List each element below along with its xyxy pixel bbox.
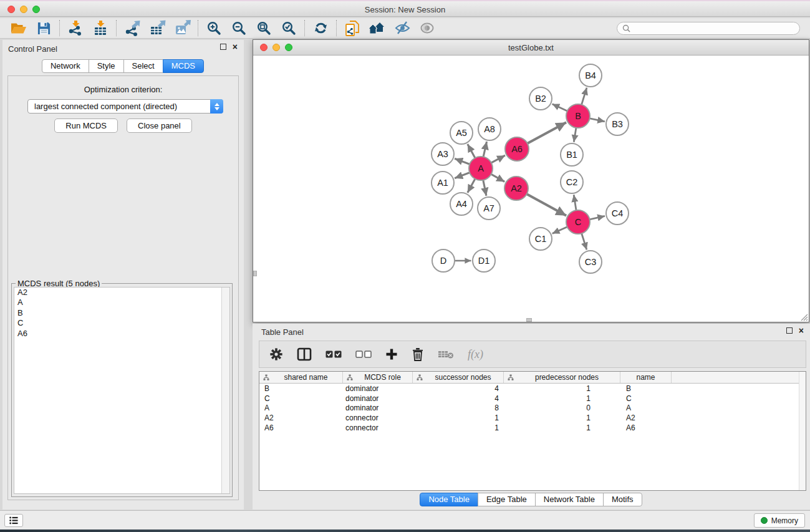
table-row[interactable]: Adominator80A <box>259 404 806 414</box>
mcds-result-item[interactable]: A <box>14 297 229 307</box>
cell-predecessor-nodes: 1 <box>504 384 620 393</box>
graph-node-C2[interactable]: C2 <box>561 171 583 193</box>
task-history-button[interactable] <box>4 514 23 527</box>
save-session-button[interactable] <box>31 19 56 37</box>
zoom-selected-button[interactable] <box>276 19 301 37</box>
run-mcds-button[interactable]: Run MCDS <box>54 118 118 133</box>
network-graph[interactable]: B4B2BB3A5A8A6A3B1AA1C2A2A4A7C4CC1C3DD1 <box>253 56 809 322</box>
column-header-successor-nodes[interactable]: successor nodes <box>413 372 504 383</box>
delete-column-button[interactable] <box>412 345 424 364</box>
export-network-button[interactable] <box>120 19 145 37</box>
deselect-all-columns-button[interactable] <box>355 345 372 364</box>
graph-node-B[interactable]: B <box>566 104 590 128</box>
column-header-shared-name[interactable]: shared name <box>259 372 343 383</box>
result-scrollbar[interactable] <box>221 288 229 493</box>
zoom-in-button[interactable] <box>201 19 226 37</box>
show-details-button[interactable] <box>415 19 440 37</box>
close-panel-icon[interactable]: × <box>233 44 238 50</box>
graph-node-A1[interactable]: A1 <box>432 172 454 194</box>
graph-node-A4[interactable]: A4 <box>450 193 473 215</box>
tab-network-table[interactable]: Network Table <box>535 493 604 506</box>
graph-node-A2[interactable]: A2 <box>504 177 528 200</box>
column-header-name[interactable]: name <box>620 372 672 383</box>
search-field[interactable] <box>617 22 800 35</box>
memory-button[interactable]: Memory <box>754 513 805 528</box>
svg-text:B: B <box>575 111 581 121</box>
resize-grip[interactable] <box>800 313 808 321</box>
add-column-button[interactable] <box>385 345 398 364</box>
memory-status-icon <box>761 517 768 524</box>
refresh-layout-button[interactable] <box>308 19 333 37</box>
graph-node-C[interactable]: C <box>566 210 590 234</box>
vertical-scroll-notch[interactable] <box>253 271 257 276</box>
open-session-button[interactable] <box>6 19 31 37</box>
tab-motifs[interactable]: Motifs <box>603 493 642 506</box>
function-builder-button[interactable]: f(x) <box>468 345 483 364</box>
graph-node-D1[interactable]: D1 <box>473 249 495 272</box>
table-row[interactable]: A6connector11A6 <box>259 423 806 433</box>
search-input[interactable] <box>634 24 794 32</box>
horizontal-scroll-notch[interactable] <box>526 318 532 322</box>
delete-table-button[interactable] <box>438 345 454 364</box>
criterion-dropdown[interactable]: largest connected component (directed) <box>27 99 223 114</box>
network-window-title: testGlobe.txt <box>253 40 809 56</box>
new-network-from-selection-button[interactable] <box>340 19 365 37</box>
select-all-columns-button[interactable] <box>325 345 342 364</box>
graph-node-B4[interactable]: B4 <box>579 64 602 87</box>
cell-mcds-role: dominator <box>343 384 413 393</box>
graph-node-B1[interactable]: B1 <box>561 143 583 166</box>
close-panel-button[interactable]: Close panel <box>127 118 192 133</box>
float-panel-icon[interactable] <box>220 44 226 50</box>
table-tabs: Node Table Edge Table Network Table Moti… <box>253 493 810 506</box>
graph-node-A3[interactable]: A3 <box>432 143 454 165</box>
export-image-button[interactable] <box>170 19 195 37</box>
table-scrollbar[interactable] <box>799 372 806 490</box>
node-table[interactable]: shared nameMCDS rolesuccessor nodesprede… <box>259 371 806 491</box>
tab-network[interactable]: Network <box>42 59 89 73</box>
column-header-predecessor-nodes[interactable]: predecessor nodes <box>504 372 620 383</box>
graph-node-C4[interactable]: C4 <box>606 202 629 225</box>
graph-node-B3[interactable]: B3 <box>606 113 629 135</box>
graph-node-C3[interactable]: C3 <box>579 251 602 273</box>
fx-icon: f(x) <box>468 348 483 361</box>
import-table-button[interactable] <box>88 19 113 37</box>
import-network-button[interactable] <box>63 19 88 37</box>
float-panel-icon[interactable] <box>786 327 793 334</box>
mcds-result-list[interactable]: A2ABCA6 <box>14 287 230 494</box>
tab-edge-table[interactable]: Edge Table <box>478 493 536 506</box>
mcds-result-item[interactable]: B <box>14 308 229 318</box>
zoom-fit-button[interactable] <box>251 19 276 37</box>
zoom-selected-icon <box>281 21 296 36</box>
graph-node-A5[interactable]: A5 <box>450 122 473 144</box>
graph-node-D[interactable]: D <box>432 249 455 272</box>
graph-node-B2[interactable]: B2 <box>529 87 552 110</box>
graph-node-A7[interactable]: A7 <box>478 197 500 220</box>
status-bar: Memory <box>0 510 810 530</box>
mcds-result-item[interactable]: A6 <box>14 329 229 339</box>
mcds-result-item[interactable]: A2 <box>14 288 229 297</box>
table-row[interactable]: A2connector11A2 <box>259 413 806 423</box>
column-header-mcds-role[interactable]: MCDS role <box>343 372 413 383</box>
table-panel-title: Table Panel <box>261 327 304 337</box>
close-panel-icon[interactable]: × <box>799 327 804 334</box>
graph-node-A[interactable]: A <box>469 157 493 180</box>
svg-text:C2: C2 <box>566 177 578 187</box>
tab-style[interactable]: Style <box>89 59 124 73</box>
table-panel: Table Panel × <box>253 324 810 510</box>
table-row[interactable]: Cdominator41C <box>259 394 806 404</box>
graph-node-A8[interactable]: A8 <box>478 118 501 140</box>
graph-node-A6[interactable]: A6 <box>505 137 529 161</box>
mcds-result-item[interactable]: C <box>14 318 229 328</box>
tab-node-table[interactable]: Node Table <box>420 493 478 506</box>
column-view-button[interactable] <box>297 345 312 364</box>
table-row[interactable]: Bdominator41B <box>259 384 806 394</box>
tab-select[interactable]: Select <box>123 59 163 73</box>
zoom-out-button[interactable] <box>226 19 251 37</box>
export-table-button[interactable] <box>145 19 170 37</box>
hide-details-button[interactable] <box>390 19 415 37</box>
graph-node-C1[interactable]: C1 <box>529 228 552 250</box>
network-canvas[interactable]: B4B2BB3A5A8A6A3B1AA1C2A2A4A7C4CC1C3DD1 <box>253 56 809 322</box>
home-button[interactable] <box>365 19 390 37</box>
table-settings-button[interactable] <box>269 345 283 364</box>
tab-mcds[interactable]: MCDS <box>163 59 204 73</box>
